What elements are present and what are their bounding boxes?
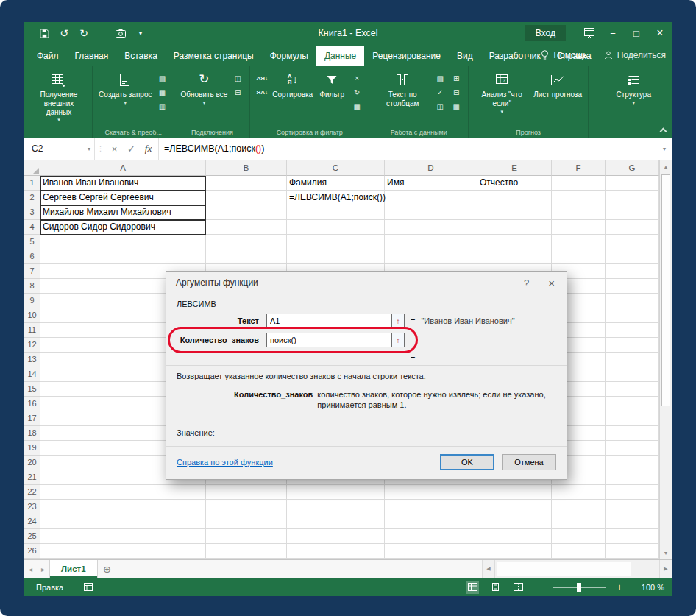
page-layout-view-button[interactable] xyxy=(489,581,502,594)
formula-bar-grip[interactable]: ⋮ xyxy=(95,138,106,160)
save-button[interactable] xyxy=(39,27,49,39)
share-button[interactable]: Поделиться xyxy=(604,50,666,60)
scroll-left-button[interactable]: ◀ xyxy=(482,560,494,578)
cell-E2[interactable] xyxy=(477,191,552,205)
cell-D1[interactable]: Имя xyxy=(385,176,477,191)
select-all-button[interactable] xyxy=(24,160,40,176)
cell-E1[interactable]: Отчество xyxy=(477,176,552,191)
row-header-15[interactable]: 15 xyxy=(24,382,40,397)
cell-G6[interactable] xyxy=(606,249,659,264)
cell-C25[interactable] xyxy=(287,529,385,544)
connection-properties-button[interactable]: ◫ xyxy=(231,73,244,84)
row-header-14[interactable]: 14 xyxy=(24,367,40,382)
cell-G13[interactable] xyxy=(606,353,659,367)
camera-button[interactable] xyxy=(116,27,126,39)
zoom-slider[interactable] xyxy=(553,587,606,588)
enter-entry-button[interactable]: ✓ xyxy=(123,144,140,155)
row-header-16[interactable]: 16 xyxy=(24,397,40,411)
row-header-13[interactable]: 13 xyxy=(24,353,40,367)
cell-G12[interactable] xyxy=(606,338,659,353)
row-header-20[interactable]: 20 xyxy=(24,456,40,470)
cell-G7[interactable] xyxy=(606,264,659,279)
maximize-button[interactable]: □ xyxy=(625,22,648,44)
vertical-scroll-thumb[interactable] xyxy=(661,174,670,406)
cell-A22[interactable] xyxy=(40,485,206,500)
cell-B6[interactable] xyxy=(206,249,287,264)
cell-D26[interactable] xyxy=(385,544,477,559)
zoom-in-button[interactable]: + xyxy=(615,581,624,592)
normal-view-button[interactable] xyxy=(466,581,479,594)
collapse-ribbon-button[interactable] xyxy=(660,128,667,135)
row-header-21[interactable]: 21 xyxy=(24,470,40,485)
cell-F3[interactable] xyxy=(552,205,606,220)
edit-links-button[interactable]: ⊟ xyxy=(231,87,244,98)
insert-function-button[interactable]: fx xyxy=(140,143,157,155)
new-sheet-button[interactable]: ⊕ xyxy=(98,560,117,578)
range-select-icon[interactable]: ↑ xyxy=(391,333,404,347)
zoom-slider-handle[interactable] xyxy=(577,583,581,592)
cell-G25[interactable] xyxy=(606,529,659,544)
name-box-caret-icon[interactable]: ▾ xyxy=(88,146,90,152)
cell-G21[interactable] xyxy=(606,470,659,485)
cell-C24[interactable] xyxy=(287,514,385,529)
cell-B25[interactable] xyxy=(206,529,287,544)
next-sheet-button[interactable]: ▸ xyxy=(37,560,49,578)
cell-C2[interactable]: =ЛЕВСИМВ(A1;поиск()) xyxy=(287,191,385,205)
consolidate-button[interactable]: ⊞ xyxy=(450,73,463,84)
cell-G5[interactable] xyxy=(606,235,659,249)
cancel-entry-button[interactable]: × xyxy=(106,144,123,155)
cell-C26[interactable] xyxy=(287,544,385,559)
zoom-out-button[interactable]: − xyxy=(534,581,543,592)
cell-C1[interactable]: Фамилия xyxy=(287,176,385,191)
vertical-scroll-track[interactable] xyxy=(660,173,672,547)
formula-input[interactable]: =ЛЕВСИМВ(A1;поиск()) xyxy=(159,138,657,160)
cell-G9[interactable] xyxy=(606,294,659,308)
column-header-D[interactable]: D xyxy=(385,160,477,176)
cell-D3[interactable] xyxy=(385,205,477,220)
cell-C22[interactable] xyxy=(287,485,385,500)
row-header-17[interactable]: 17 xyxy=(24,411,40,426)
tab-developer[interactable]: Разработчик xyxy=(481,46,549,66)
cell-G14[interactable] xyxy=(606,367,659,382)
cell-E22[interactable] xyxy=(477,485,552,500)
from-table-button[interactable]: ▦ xyxy=(155,87,168,98)
row-header-9[interactable]: 9 xyxy=(24,294,40,308)
undo-button[interactable]: ↺ xyxy=(59,27,69,39)
macro-record-button[interactable] xyxy=(84,583,93,591)
cell-F6[interactable] xyxy=(552,249,606,264)
cell-B1[interactable] xyxy=(206,176,287,191)
row-header-3[interactable]: 3 xyxy=(24,205,40,220)
cell-C23[interactable] xyxy=(287,500,385,514)
cell-B26[interactable] xyxy=(206,544,287,559)
cell-B23[interactable] xyxy=(206,500,287,514)
row-header-1[interactable]: 1 xyxy=(24,176,40,191)
reapply-filter-button[interactable]: ↻ xyxy=(350,87,363,98)
sign-in-button[interactable]: Вход xyxy=(525,25,566,41)
cell-F4[interactable] xyxy=(552,220,606,235)
cell-E4[interactable] xyxy=(477,220,552,235)
cell-F26[interactable] xyxy=(552,544,606,559)
tab-review[interactable]: Рецензирование xyxy=(364,46,449,66)
outline-button[interactable]: Структура ▾ xyxy=(614,68,653,106)
dialog-help-button[interactable]: ? xyxy=(509,277,544,288)
cell-F22[interactable] xyxy=(552,485,606,500)
cell-G1[interactable] xyxy=(606,176,659,191)
relationships-button[interactable]: ⊟ xyxy=(450,87,463,98)
close-button[interactable]: × xyxy=(648,22,672,44)
cell-G20[interactable] xyxy=(606,456,659,470)
ok-button[interactable]: OK xyxy=(440,454,494,470)
scroll-right-button[interactable]: ▶ xyxy=(659,560,672,578)
qat-customize-button[interactable]: ▾ xyxy=(135,27,146,39)
cell-D23[interactable] xyxy=(385,500,477,514)
advanced-filter-button[interactable]: ▦ xyxy=(350,101,363,112)
text-field-input[interactable] xyxy=(266,314,405,328)
tab-data[interactable]: Данные xyxy=(316,46,364,66)
column-header-F[interactable]: F xyxy=(552,160,606,176)
cell-G8[interactable] xyxy=(606,279,659,294)
flash-fill-button[interactable]: ▤ xyxy=(433,73,447,84)
row-header-5[interactable]: 5 xyxy=(24,235,40,249)
cell-B5[interactable] xyxy=(206,235,287,249)
ribbon-display-options-button[interactable] xyxy=(578,22,601,44)
row-header-8[interactable]: 8 xyxy=(24,279,40,294)
cell-G15[interactable] xyxy=(606,382,659,397)
